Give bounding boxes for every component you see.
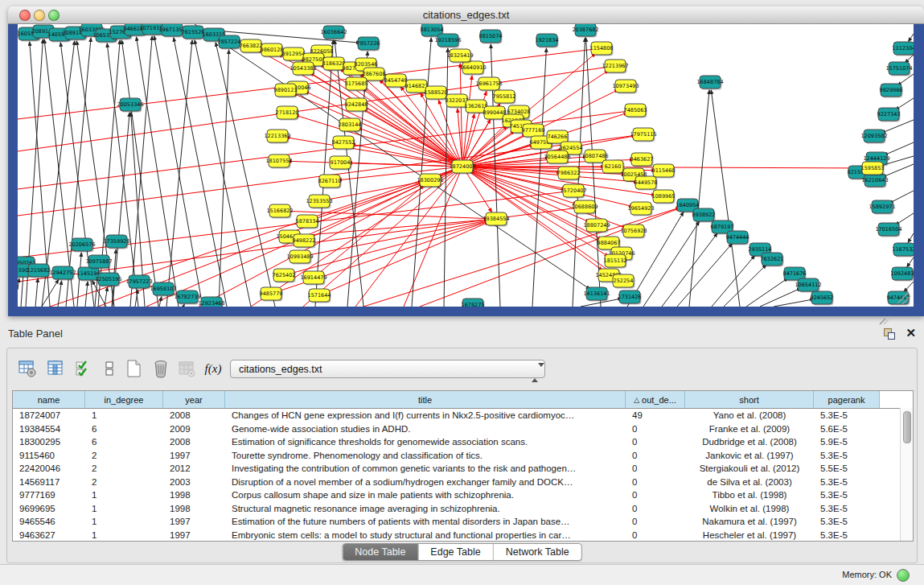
- graph-node[interactable]: 16958107: [150, 282, 176, 297]
- new-table-icon[interactable]: [123, 358, 144, 379]
- graph-node[interactable]: 1112304: [893, 42, 914, 56]
- graph-node[interactable]: 20206576: [68, 238, 95, 253]
- table-cell[interactable]: Structural magnetic resonance image aver…: [225, 504, 626, 513]
- close-panel-icon[interactable]: ✕: [906, 326, 916, 340]
- graph-node[interactable]: 18107554: [265, 154, 292, 169]
- table-cell[interactable]: Hescheler et al. (1997): [685, 530, 814, 540]
- table-options-icon[interactable]: [17, 358, 38, 379]
- table-cell[interactable]: 0: [626, 490, 685, 500]
- graph-node[interactable]: 1167532: [893, 243, 914, 257]
- graph-node[interactable]: 10973493: [612, 80, 639, 94]
- graph-node[interactable]: 9115460: [652, 164, 676, 179]
- table-cell[interactable]: 5.6E-5: [814, 424, 880, 434]
- table-cell[interactable]: Genome-wide association studies in ADHD.: [225, 424, 626, 434]
- table-cell[interactable]: 5.5E-5: [814, 463, 880, 473]
- graph-node[interactable]: 3175685: [345, 77, 368, 92]
- delete-table-icon[interactable]: [150, 358, 171, 379]
- graph-node[interactable]: 10993489: [286, 250, 313, 265]
- memory-ok-indicator[interactable]: [897, 569, 910, 582]
- table-cell[interactable]: Changes of HCN gene expression and I(f) …: [225, 410, 626, 420]
- table-cell[interactable]: Tourette syndrome. Phenomenology and cla…: [225, 451, 626, 460]
- table-cell[interactable]: Estimation of significance thresholds fo…: [225, 437, 626, 447]
- column-chooser-icon[interactable]: [45, 358, 66, 379]
- table-row[interactable]: 969969511998Structural magnetic resonanc…: [13, 502, 913, 516]
- table-cell[interactable]: 0: [626, 463, 685, 473]
- column-header-short[interactable]: short: [685, 391, 814, 408]
- table-row[interactable]: 2242004622012Investigating the contribut…: [13, 462, 913, 476]
- graph-node[interactable]: 1092483: [891, 267, 914, 282]
- table-cell[interactable]: 5.9E-5: [814, 437, 880, 447]
- table-cell[interactable]: 2: [85, 477, 163, 487]
- table-row[interactable]: 946362711997Embryonic stem cells: a mode…: [13, 529, 913, 542]
- table-cell[interactable]: 6: [85, 437, 163, 447]
- table-cell[interactable]: Embryonic stem cells: a model to study s…: [225, 530, 626, 540]
- table-cell[interactable]: 0: [626, 517, 685, 526]
- graph-node[interactable]: 9485779: [260, 287, 283, 302]
- table-cell[interactable]: 1: [85, 530, 163, 540]
- graph-node[interactable]: 16210643: [861, 174, 888, 188]
- graph-node[interactable]: 15166822: [266, 204, 293, 219]
- graph-node[interactable]: 7485063: [624, 104, 647, 118]
- graph-node[interactable]: 10756928: [620, 225, 647, 239]
- table-cell[interactable]: 9115460: [13, 451, 85, 460]
- table-cell[interactable]: 1998: [163, 504, 225, 513]
- graph-node[interactable]: 5878334: [296, 215, 319, 229]
- graph-node[interactable]: 16961758: [475, 77, 502, 92]
- table-cell[interactable]: 2003: [163, 477, 225, 487]
- graph-node[interactable]: 2803144: [339, 118, 362, 133]
- graph-node[interactable]: 8938922: [692, 208, 716, 223]
- table-cell[interactable]: 0: [626, 451, 685, 460]
- table-cell[interactable]: 2008: [163, 410, 225, 420]
- table-cell[interactable]: 2009: [163, 424, 225, 434]
- table-cell[interactable]: 5.3E-5: [814, 530, 880, 540]
- table-cell[interactable]: 19384554: [13, 424, 85, 434]
- table-row[interactable]: 1872400712008Changes of HCN gene express…: [13, 409, 913, 422]
- graph-node[interactable]: 9890123: [274, 84, 298, 98]
- table-cell[interactable]: 9463627: [13, 530, 85, 540]
- table-cell[interactable]: 5.3E-5: [814, 517, 880, 526]
- table-cell[interactable]: 0: [626, 504, 685, 513]
- table-cell[interactable]: 1997: [163, 451, 225, 460]
- graph-node[interactable]: 19654923: [627, 202, 654, 216]
- graph-node[interactable]: 7955812: [493, 90, 516, 105]
- graph-node[interactable]: 1154808: [590, 42, 614, 56]
- graph-node[interactable]: 9474444: [726, 231, 749, 245]
- graph-node[interactable]: 1089965: [652, 190, 676, 204]
- graph-node[interactable]: 8267110: [318, 175, 342, 189]
- graph-node[interactable]: 16782739: [174, 290, 200, 305]
- graph-node[interactable]: 252254: [613, 274, 635, 289]
- table-row[interactable]: 911546021997Tourette syndrome. Phenomeno…: [13, 449, 913, 463]
- graph-node[interactable]: 10543382: [290, 62, 316, 76]
- graph-node[interactable]: 7857226: [357, 37, 380, 51]
- table-cell[interactable]: de Silva et al. (2003): [685, 477, 814, 487]
- graph-node[interactable]: 9242848: [345, 98, 368, 113]
- table-cell[interactable]: 9699695: [13, 504, 85, 513]
- graph-node[interactable]: 18325419: [446, 49, 473, 64]
- network-window-titlebar[interactable]: citations_edges.txt: [8, 6, 924, 24]
- column-header-name[interactable]: name: [13, 391, 85, 408]
- table-cell[interactable]: Yano et al. (2008): [685, 410, 814, 420]
- column-header-pagerank[interactable]: pagerank: [814, 391, 880, 408]
- table-cell[interactable]: Nakamura et al. (1997): [685, 517, 814, 526]
- graph-node[interactable]: 18300295: [417, 174, 443, 188]
- table-cell[interactable]: 6: [85, 424, 163, 434]
- table-cell[interactable]: 1998: [163, 490, 225, 500]
- table-row[interactable]: 946554611997Estimation of the future num…: [13, 515, 913, 529]
- graph-node[interactable]: 12353553: [306, 195, 332, 209]
- graph-node[interactable]: 9929966: [880, 84, 903, 98]
- graph-node[interactable]: 12093582: [860, 130, 887, 144]
- table-cell[interactable]: 5.3E-5: [814, 410, 880, 420]
- graph-node[interactable]: 17359928: [103, 235, 129, 249]
- graph-node[interactable]: 9860128: [261, 43, 284, 58]
- scrollbar-thumb[interactable]: [903, 411, 911, 443]
- tab-node-table[interactable]: Node Table: [343, 544, 418, 560]
- table-cell[interactable]: 18300295: [13, 437, 85, 447]
- table-cell[interactable]: 5.3E-5: [814, 477, 880, 487]
- graph-node[interactable]: 12923468: [198, 297, 224, 307]
- graph-node[interactable]: 20387682: [572, 24, 598, 38]
- graph-node[interactable]: 1571644: [308, 289, 331, 303]
- graph-node[interactable]: 10688609: [571, 200, 598, 215]
- table-cell[interactable]: 2: [85, 463, 163, 473]
- table-row[interactable]: 1938455462009Genome-wide association stu…: [13, 422, 913, 436]
- table-cell[interactable]: 1: [85, 517, 163, 526]
